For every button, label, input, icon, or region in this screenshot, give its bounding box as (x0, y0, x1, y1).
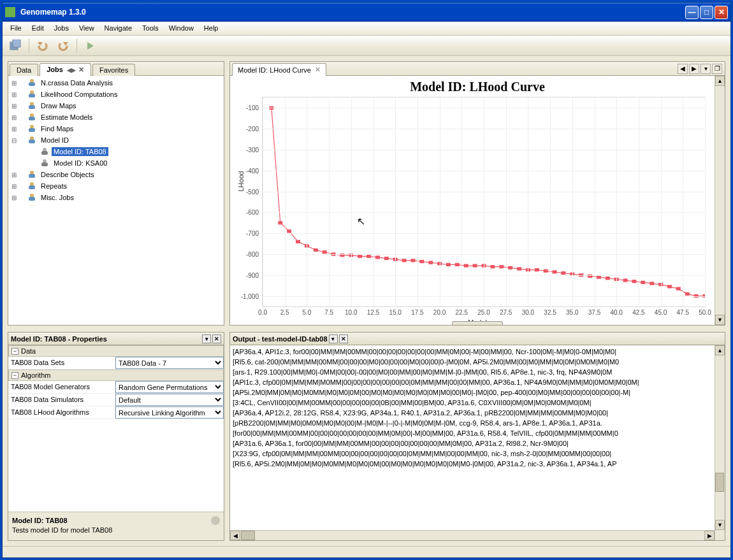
tree-item-label: N.crassa Data Analysis (39, 78, 115, 87)
output-line: [AP31a.6, AP36a.1, for00|00|MM|MM|00MM|0… (233, 438, 722, 449)
tree-item[interactable]: ⊟Model ID (10, 134, 222, 146)
tree-item[interactable]: ⊞Find Maps (10, 123, 222, 134)
scroll-thumb[interactable] (715, 473, 724, 492)
tree-item[interactable]: Model ID: KSA00 (10, 157, 222, 169)
menu-window[interactable]: Window (164, 22, 199, 35)
redo-icon[interactable] (54, 38, 72, 54)
tree-toggle-icon[interactable]: ⊞ (10, 91, 18, 98)
svg-rect-14 (375, 255, 380, 259)
close-button[interactable]: ✕ (715, 6, 728, 19)
run-icon[interactable] (82, 38, 99, 54)
tree-item[interactable]: ⊞Estimate Models (10, 111, 222, 123)
tree-item[interactable]: ⊞Misc. Jobs (10, 192, 222, 203)
output-hscrollbar[interactable]: ◀ ▶ (230, 530, 715, 540)
menu-edit[interactable]: Edit (27, 22, 49, 35)
properties-menu-icon[interactable]: ▾ (202, 334, 211, 343)
group-toggle-icon[interactable]: − (11, 372, 18, 379)
x-tick-label: 42.5 (632, 306, 644, 316)
svg-rect-22 (446, 263, 451, 266)
property-group-header[interactable]: −Algorithm (8, 370, 224, 381)
tab-jobs[interactable]: Jobs◀▶✕ (40, 63, 91, 76)
group-toggle-icon[interactable]: − (11, 348, 18, 355)
property-value-select[interactable]: Recursive Linking Algorithm (115, 406, 224, 419)
tab-scroll-icon[interactable]: ◀▶ (67, 67, 76, 73)
menu-view[interactable]: View (74, 22, 99, 35)
tree-toggle-icon[interactable]: ⊞ (10, 126, 18, 133)
menu-file[interactable]: File (5, 22, 27, 35)
tree-toggle-icon[interactable]: ⊞ (10, 103, 18, 110)
tree-item[interactable]: ⊞Likelihood Computations (10, 89, 222, 100)
output-vscrollbar[interactable]: ▲ ▼ (715, 345, 725, 540)
property-value-select[interactable]: Random Gene Permutations (115, 381, 224, 393)
property-value-select[interactable]: TAB08 Data - 7 (115, 357, 224, 369)
properties-footer-desc: Tests model ID for model TAB08 (12, 526, 220, 534)
x-tick-label: 30.0 (522, 306, 534, 316)
editor-tab[interactable]: Model ID: LHood Curve ✕ (232, 63, 326, 76)
svg-rect-30 (517, 267, 521, 270)
property-value-select[interactable]: Default (115, 394, 224, 406)
output-close-icon[interactable]: ✕ (339, 334, 348, 343)
tree-toggle-icon[interactable]: ⊞ (10, 114, 18, 121)
scroll-down-icon[interactable]: ▼ (715, 315, 725, 325)
chart-plot[interactable]: LHood 0.02.55.07.510.012.515.017.520.022… (262, 97, 706, 307)
menu-help[interactable]: Help (199, 22, 224, 35)
tab-favorites[interactable]: Favorites (92, 64, 135, 76)
scroll-up-icon[interactable]: ▲ (715, 76, 725, 86)
property-group-label: Data (21, 347, 36, 355)
tree-item-label: Estimate Models (39, 113, 94, 122)
scroll-left-icon[interactable]: ◀ (230, 531, 240, 540)
menu-tools[interactable]: Tools (137, 22, 164, 35)
property-group-header[interactable]: −Data (8, 345, 224, 357)
scroll-thumb[interactable] (241, 531, 255, 540)
app-title: Genomemap 1.3.0 (19, 8, 685, 17)
y-tick-label: -100 (246, 104, 263, 111)
svg-rect-34 (553, 270, 557, 273)
scroll-up-icon[interactable]: ▲ (715, 345, 725, 355)
menu-navigate[interactable]: Navigate (99, 22, 137, 35)
editor-tab-close-icon[interactable]: ✕ (315, 66, 321, 74)
scroll-down-icon[interactable]: ▼ (715, 520, 725, 530)
properties-title-label: Model ID: TAB08 - Properties (11, 335, 107, 343)
maximize-editor-icon[interactable]: ❐ (712, 64, 722, 74)
tab-close-icon[interactable]: ✕ (78, 66, 84, 73)
tab-data[interactable]: Data (10, 64, 38, 76)
tab-list-icon[interactable]: ▾ (700, 64, 711, 74)
tree-item[interactable]: ⊞Describe Objects (10, 169, 222, 180)
tree-toggle-icon[interactable]: ⊞ (10, 171, 18, 178)
tree-toggle-icon[interactable]: ⊞ (10, 183, 18, 190)
jobs-tree[interactable]: ⊞N.crassa Data Analysis⊞Likelihood Compu… (8, 76, 224, 325)
maximize-button[interactable]: □ (700, 6, 713, 19)
tree-toggle-icon[interactable]: ⊞ (10, 194, 18, 201)
tree-item[interactable]: ⊞Draw Maps (10, 100, 222, 111)
undo-icon[interactable] (34, 38, 52, 54)
tree-item[interactable]: ⊞Repeats (10, 180, 222, 192)
chart-scrollbar[interactable]: ▲ ▼ (715, 76, 725, 325)
output-menu-icon[interactable]: ▾ (329, 334, 338, 343)
tree-item[interactable]: Model ID: TAB08 (10, 146, 222, 157)
split-handle[interactable] (452, 321, 503, 325)
x-tick-label: 35.0 (566, 306, 578, 316)
tree-item-label: Likelihood Computations (39, 90, 119, 99)
svg-rect-18 (410, 259, 415, 262)
output-text[interactable]: [AP36a.4, APl1c.3, for00|00|MM|MM|00MM|0… (230, 345, 725, 470)
output-line: [ars-1, R29.100|00|MM|M0|-0MM|00|00|-00|… (233, 367, 722, 377)
menu-jobs[interactable]: Jobs (49, 22, 74, 35)
output-line: [3:4CL, CenVII00|00|MM|00MM|00|00|00|00|… (233, 398, 722, 408)
x-tick-label: 27.5 (500, 306, 512, 316)
prev-tab-icon[interactable]: ◀ (678, 64, 688, 74)
svg-rect-25 (473, 264, 477, 267)
tree-item[interactable]: ⊞N.crassa Data Analysis (10, 77, 222, 89)
y-tick-label: -700 (246, 230, 263, 237)
y-axis-label: LHood (237, 171, 245, 191)
properties-close-icon[interactable]: ✕ (212, 334, 221, 343)
tree-toggle-icon[interactable]: ⊟ (10, 137, 18, 144)
svg-rect-45 (650, 282, 654, 285)
scroll-right-icon[interactable]: ▶ (704, 531, 715, 540)
next-tab-icon[interactable]: ▶ (689, 64, 699, 74)
svg-rect-4 (287, 229, 291, 233)
save-all-icon[interactable] (6, 38, 24, 54)
y-tick-label: -1,000 (241, 292, 263, 299)
minimize-button[interactable]: — (685, 6, 699, 19)
tree-toggle-icon[interactable]: ⊞ (10, 80, 18, 87)
tree-item-label: Repeats (39, 182, 69, 190)
